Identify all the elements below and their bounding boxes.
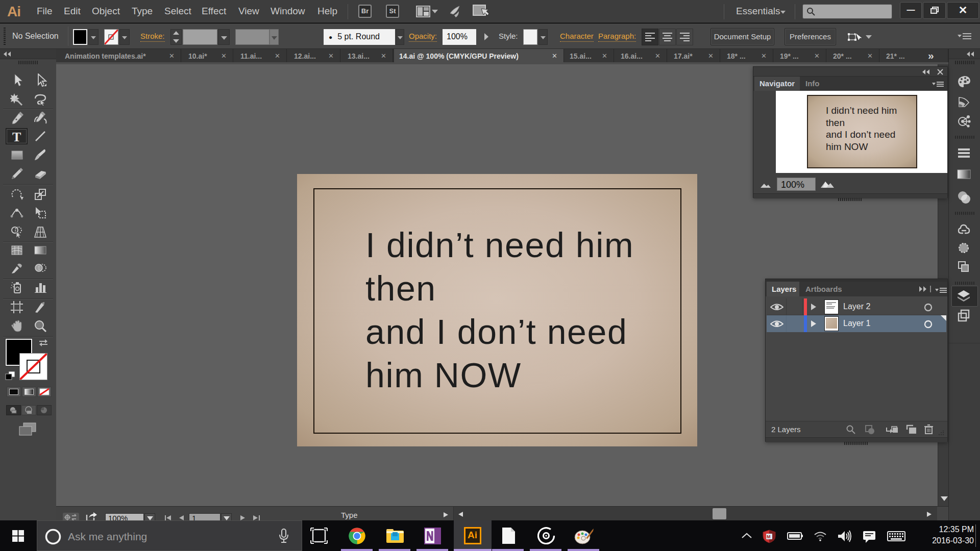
- svg-text:M: M: [767, 534, 771, 539]
